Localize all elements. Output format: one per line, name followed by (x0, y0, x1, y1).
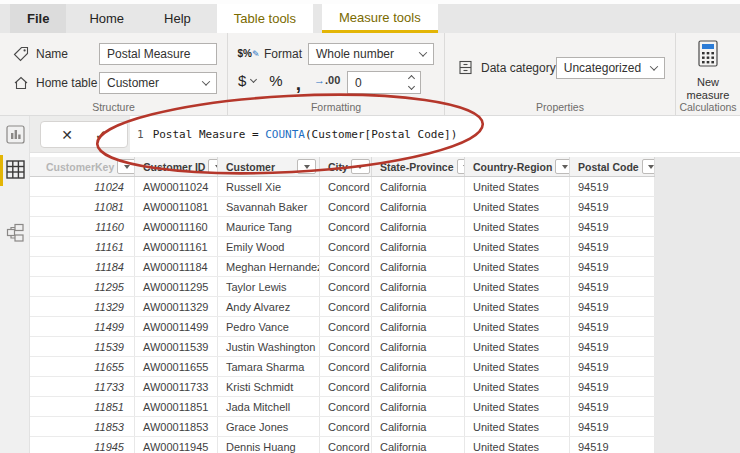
cell-customerkey[interactable]: 11853 (30, 417, 135, 436)
cell-city[interactable]: Concord (320, 377, 372, 396)
cell-state-province[interactable]: California (372, 357, 465, 376)
percent-format-button[interactable]: % (269, 72, 282, 89)
cell-postal-code[interactable]: 94519 (570, 377, 655, 396)
spin-down-icon[interactable] (408, 83, 415, 90)
cell-postal-code[interactable]: 94519 (570, 357, 655, 376)
report-view-icon[interactable] (6, 125, 26, 145)
decimal-places-stepper[interactable]: 0 (347, 71, 421, 94)
cell-customerkey[interactable]: 11024 (30, 177, 135, 196)
cell-state-province[interactable]: California (372, 417, 465, 436)
cell-customer[interactable]: Justin Washington (218, 337, 320, 356)
cell-customer-id[interactable]: AW00011851 (135, 397, 218, 416)
cell-customer-id[interactable]: AW00011853 (135, 417, 218, 436)
cell-postal-code[interactable]: 94519 (570, 177, 655, 196)
cell-customer-id[interactable]: AW00011499 (135, 317, 218, 336)
cell-postal-code[interactable]: 94519 (570, 237, 655, 256)
cell-country-region[interactable]: United States (465, 257, 570, 276)
cell-postal-code[interactable]: 94519 (570, 317, 655, 336)
column-header-customerkey[interactable]: CustomerKey (30, 157, 135, 176)
cell-customerkey[interactable]: 11945 (30, 437, 135, 453)
cell-customerkey[interactable]: 11160 (30, 217, 135, 236)
cell-city[interactable]: Concord (320, 397, 372, 416)
tab-file[interactable]: File (10, 4, 66, 33)
cell-customer[interactable]: Kristi Schmidt (218, 377, 320, 396)
cell-city[interactable]: Concord (320, 237, 372, 256)
cell-city[interactable]: Concord (320, 197, 372, 216)
data-category-select[interactable]: Uncategorized (556, 57, 665, 79)
cell-customerkey[interactable]: 11655 (30, 357, 135, 376)
cell-city[interactable]: Concord (320, 217, 372, 236)
cell-customerkey[interactable]: 11295 (30, 277, 135, 296)
column-header-customer-id[interactable]: Customer ID (135, 157, 218, 176)
cell-postal-code[interactable]: 94519 (570, 417, 655, 436)
cell-customerkey[interactable]: 11733 (30, 377, 135, 396)
cell-city[interactable]: Concord (320, 177, 372, 196)
cell-customerkey[interactable]: 11499 (30, 317, 135, 336)
cell-customer[interactable]: Meghan Hernandez (218, 257, 320, 276)
cell-customer-id[interactable]: AW00011161 (135, 237, 218, 256)
cell-customer[interactable]: Emily Wood (218, 237, 320, 256)
cell-customer[interactable]: Dennis Huang (218, 437, 320, 453)
tab-home[interactable]: Home (72, 4, 141, 33)
column-header-country-region[interactable]: Country-Region (465, 157, 570, 176)
cell-postal-code[interactable]: 94519 (570, 277, 655, 296)
filter-dropdown-button[interactable] (457, 159, 465, 174)
column-header-state-province[interactable]: State-Province (372, 157, 465, 176)
spin-up-icon[interactable] (408, 75, 415, 82)
cell-city[interactable]: Concord (320, 297, 372, 316)
measure-name-input[interactable]: Postal Measure (99, 43, 217, 65)
cell-customerkey[interactable]: 11329 (30, 297, 135, 316)
filter-dropdown-button[interactable] (208, 159, 218, 174)
cell-country-region[interactable]: United States (465, 337, 570, 356)
data-view-icon[interactable] (6, 160, 26, 180)
new-measure-button[interactable]: New measure (676, 40, 740, 102)
cell-state-province[interactable]: California (372, 197, 465, 216)
cell-customer[interactable]: Russell Xie (218, 177, 320, 196)
cell-postal-code[interactable]: 94519 (570, 397, 655, 416)
cell-country-region[interactable]: United States (465, 177, 570, 196)
cell-country-region[interactable]: United States (465, 277, 570, 296)
cancel-formula-button[interactable]: ✕ (61, 128, 73, 142)
cell-customer[interactable]: Pedro Vance (218, 317, 320, 336)
cell-postal-code[interactable]: 94519 (570, 337, 655, 356)
cell-customerkey[interactable]: 11539 (30, 337, 135, 356)
column-header-postal-code[interactable]: Postal Code (570, 157, 655, 176)
cell-country-region[interactable]: United States (465, 377, 570, 396)
cell-customer[interactable]: Taylor Lewis (218, 277, 320, 296)
cell-customer-id[interactable]: AW00011295 (135, 277, 218, 296)
currency-format-button[interactable]: $ (238, 72, 256, 89)
cell-customer[interactable]: Andy Alvarez (218, 297, 320, 316)
cell-customerkey[interactable]: 11161 (30, 237, 135, 256)
cell-customerkey[interactable]: 11184 (30, 257, 135, 276)
cell-city[interactable]: Concord (320, 277, 372, 296)
cell-customer[interactable]: Maurice Tang (218, 217, 320, 236)
cell-state-province[interactable]: California (372, 217, 465, 236)
cell-state-province[interactable]: California (372, 237, 465, 256)
cell-postal-code[interactable]: 94519 (570, 297, 655, 316)
cell-country-region[interactable]: United States (465, 397, 570, 416)
cell-state-province[interactable]: California (372, 397, 465, 416)
cell-postal-code[interactable]: 94519 (570, 217, 655, 236)
cell-customer-id[interactable]: AW00011733 (135, 377, 218, 396)
filter-dropdown-button[interactable] (351, 159, 370, 174)
cell-city[interactable]: Concord (320, 337, 372, 356)
cell-state-province[interactable]: California (372, 297, 465, 316)
filter-dropdown-button[interactable] (117, 159, 135, 174)
cell-country-region[interactable]: United States (465, 217, 570, 236)
cell-customer-id[interactable]: AW00011081 (135, 197, 218, 216)
cell-city[interactable]: Concord (320, 317, 372, 336)
tab-table-tools[interactable]: Table tools (217, 4, 313, 33)
cell-state-province[interactable]: California (372, 377, 465, 396)
cell-country-region[interactable]: United States (465, 417, 570, 436)
cell-customer-id[interactable]: AW00011539 (135, 337, 218, 356)
cell-country-region[interactable]: United States (465, 437, 570, 453)
commit-formula-button[interactable]: ✓ (95, 128, 107, 142)
cell-state-province[interactable]: California (372, 437, 465, 453)
tab-help[interactable]: Help (147, 4, 208, 33)
cell-customer-id[interactable]: AW00011655 (135, 357, 218, 376)
cell-state-province[interactable]: California (372, 177, 465, 196)
cell-state-province[interactable]: California (372, 317, 465, 336)
cell-customer[interactable]: Tamara Sharma (218, 357, 320, 376)
cell-customer[interactable]: Savannah Baker (218, 197, 320, 216)
column-header-city[interactable]: City (320, 157, 372, 176)
